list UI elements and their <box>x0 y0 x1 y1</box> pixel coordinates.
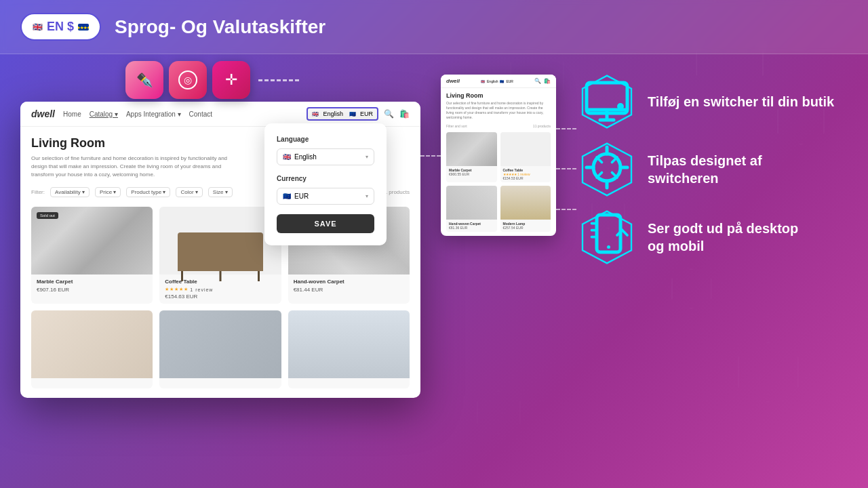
mobile-marble[interactable]: Marble Carpet €900.55 EUR <box>446 132 497 182</box>
product-price-table: €154.63 EUR <box>165 293 275 300</box>
product-name-marble: Marble Carpet <box>37 279 147 285</box>
currency-select[interactable]: 🇪🇺 EUR <box>277 188 374 205</box>
right-connector-1 <box>556 128 576 129</box>
category-desc: Our selection of fine furniture and home… <box>31 155 235 179</box>
filter-product-type[interactable]: Product type ▾ <box>126 187 170 197</box>
currency-chevron <box>366 193 368 199</box>
product-info-carpet: Hand-woven Carpet €81.44 EUR <box>288 274 410 297</box>
product-sofa2[interactable] <box>288 310 410 388</box>
mobile-logo: dwell <box>446 78 460 84</box>
nav-right: 🇬🇧 English 🇪🇺 EUR 🔍 🛍️ <box>307 107 410 121</box>
left-connector <box>420 155 441 157</box>
language-select[interactable]: 🇬🇧 English <box>277 148 374 165</box>
lang-label: English <box>323 110 343 117</box>
mobile-img-lamp <box>500 186 551 220</box>
desktop-mockup: dwell Home Catalog ▾ Apps Integration ▾ … <box>20 102 420 398</box>
product-marble-carpet[interactable]: Sold out Marble Carpet €907.16 EUR <box>31 207 153 304</box>
mobile-table[interactable]: Coffee Table ★★★★★ 1 review €154.53 EUR <box>500 132 551 182</box>
product-info-marble: Marble Carpet €907.16 EUR <box>31 274 153 297</box>
left-area: ✒️ ◎ ✛ dwell Home Catalog ▾ Apps Integra… <box>20 68 420 398</box>
target-icon: ◎ <box>178 70 197 89</box>
svg-point-9 <box>607 245 610 249</box>
language-label: Language <box>277 136 374 143</box>
sold-out-badge: Sold out <box>37 212 58 219</box>
mobile-img-carpet <box>446 186 497 220</box>
mobile-desc: Our selection of fine furniture and home… <box>446 101 551 120</box>
mobile-currency: EUR <box>506 79 513 83</box>
currency-label: EUR <box>360 110 373 117</box>
nav-apps[interactable]: Apps Integration ▾ <box>126 110 181 118</box>
mobile-cart-icon[interactable]: 🛍️ <box>544 78 551 84</box>
features-area: Tilføj en switcher til din butik <box>580 75 848 264</box>
feature-text-design: Tilpas designet afswitcheren <box>648 152 762 187</box>
product-coffee-table[interactable]: Coffee Table ★★★★★ 1 review €154.63 EUR <box>159 207 281 304</box>
shop-logo: dwell <box>31 108 55 119</box>
mobile-mockup: dwell 🇬🇧 English 🇪🇺 EUR 🔍 🛍️ <box>441 75 556 236</box>
right-layout: dwell 🇬🇧 English 🇪🇺 EUR 🔍 🛍️ <box>441 75 848 264</box>
product-name-carpet: Hand-woven Carpet <box>294 279 404 285</box>
feature-responsive: Ser godt ud på desktopog mobil <box>580 210 848 264</box>
tool-icons: ✒️ ◎ ✛ <box>125 61 299 99</box>
search-icon[interactable]: 🔍 <box>384 109 394 119</box>
nav-contact[interactable]: Contact <box>189 110 212 118</box>
filter-color[interactable]: Color ▾ <box>176 187 202 197</box>
cart-icon[interactable]: 🛍️ <box>399 109 410 119</box>
save-button[interactable]: SAVE <box>277 214 374 233</box>
mobile-filters: Filter and sort 11 products <box>446 124 551 128</box>
mobile-nav: dwell 🇬🇧 English 🇪🇺 EUR 🔍 🛍️ <box>441 75 556 88</box>
mobile-lang-area: 🇬🇧 English 🇪🇺 EUR <box>481 79 513 83</box>
mobile-lamp[interactable]: Modern Lamp €257.54 EUR <box>500 186 551 232</box>
svg-point-4 <box>617 103 624 110</box>
mobile-price-carpet: €81.36 EUR <box>449 226 494 230</box>
mobile-info-carpet: Hand-woven Carpet €81.36 EUR <box>446 220 497 232</box>
main-content: ✒️ ◎ ✛ dwell Home Catalog ▾ Apps Integra… <box>0 54 868 488</box>
language-value: English <box>294 153 317 161</box>
product-sofa[interactable] <box>159 310 281 388</box>
mobile-icons: 🔍 🛍️ <box>534 78 551 84</box>
target-tool[interactable]: ◎ <box>169 61 207 99</box>
svg-text:★★★★★★★★★★★★: ★★★★★★★★★★★★ <box>78 26 89 30</box>
eyedropper-icon: ✒️ <box>136 72 153 88</box>
filter-price[interactable]: Price ▾ <box>95 187 121 197</box>
right-connector-3 <box>556 209 576 210</box>
move-tool[interactable]: ✛ <box>212 61 250 99</box>
language-currency-badge[interactable]: 🇬🇧 EN $ ★★★★★★★★★★★★ <box>20 13 101 41</box>
design-icon <box>580 140 634 199</box>
right-area: dwell 🇬🇧 English 🇪🇺 EUR 🔍 🛍️ <box>441 68 848 264</box>
filter-size[interactable]: Size ▾ <box>208 187 233 197</box>
product-chair[interactable] <box>31 310 153 388</box>
mobile-info-lamp: Modern Lamp €257.54 EUR <box>500 220 551 232</box>
feature-text-store: Tilføj en switcher til din butik <box>648 93 834 110</box>
mobile-title: Living Room <box>446 92 551 99</box>
feature-text-responsive: Ser godt ud på desktopog mobil <box>648 220 798 255</box>
mobile-content: Living Room Our selection of fine furnit… <box>441 88 556 236</box>
mobile-area: dwell 🇬🇧 English 🇪🇺 EUR 🔍 🛍️ <box>441 75 559 236</box>
product-img-chair <box>31 310 153 378</box>
mobile-count: 11 products <box>533 124 551 128</box>
feature-store: Tilføj en switcher til din butik <box>580 75 848 129</box>
mobile-info-marble: Marble Carpet €900.55 EUR <box>446 166 497 178</box>
mobile-price-table: €154.53 EUR <box>503 176 549 180</box>
mobile-info-table: Coffee Table ★★★★★ 1 review €154.53 EUR <box>500 166 551 182</box>
nav-home[interactable]: Home <box>63 110 81 118</box>
mobile-img-table <box>500 132 551 166</box>
mobile-price-lamp: €257.54 EUR <box>503 226 549 230</box>
eyedropper-tool[interactable]: ✒️ <box>125 61 163 99</box>
product-img-table <box>159 207 281 274</box>
filter-availability[interactable]: Availability ▾ <box>50 187 90 197</box>
product-price-carpet: €81.44 EUR <box>294 287 404 293</box>
mobile-carpet[interactable]: Hand-woven Carpet €81.36 EUR <box>446 186 497 232</box>
feature-design: Tilpas designet afswitcheren <box>580 142 848 197</box>
product-img-sofa <box>159 310 281 378</box>
currency-label-dd: Currency <box>277 175 374 182</box>
nav-catalog[interactable]: Catalog ▾ <box>90 110 118 118</box>
feature-icon-store <box>580 75 634 129</box>
mobile-search-icon[interactable]: 🔍 <box>534 78 541 84</box>
badge-icon: ★★★★★★★★★★★★ <box>78 24 89 30</box>
nav-links: Home Catalog ▾ Apps Integration ▾ Contac… <box>63 110 212 118</box>
lang-switcher-btn[interactable]: 🇬🇧 English 🇪🇺 EUR <box>307 107 378 121</box>
mobile-price-marble: €900.55 EUR <box>449 172 494 176</box>
mobile-lang: English <box>487 79 498 83</box>
product-info-sofa2 <box>288 378 410 388</box>
filter-label: Filter: <box>31 189 45 195</box>
